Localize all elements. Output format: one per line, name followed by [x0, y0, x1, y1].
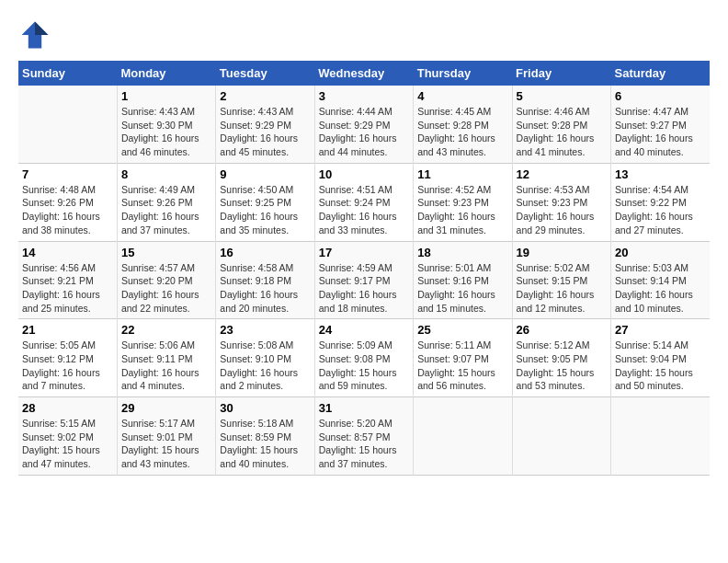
calendar-cell	[414, 397, 512, 476]
calendar-cell: 11Sunrise: 4:52 AM Sunset: 9:23 PM Dayli…	[414, 163, 512, 241]
calendar-week-3: 14Sunrise: 4:56 AM Sunset: 9:21 PM Dayli…	[18, 241, 710, 319]
header-tuesday: Tuesday	[216, 61, 314, 86]
day-number: 5	[517, 89, 607, 103]
day-number: 4	[417, 89, 507, 103]
header-friday: Friday	[512, 61, 610, 86]
day-info: Sunrise: 4:54 AM Sunset: 9:22 PM Dayligh…	[615, 183, 706, 237]
day-number: 30	[220, 401, 310, 415]
calendar-cell: 21Sunrise: 5:05 AM Sunset: 9:12 PM Dayli…	[18, 319, 117, 397]
page-header	[18, 18, 710, 52]
calendar-cell: 5Sunrise: 4:46 AM Sunset: 9:28 PM Daylig…	[512, 86, 610, 163]
day-info: Sunrise: 4:50 AM Sunset: 9:25 PM Dayligh…	[220, 183, 310, 237]
calendar-cell: 10Sunrise: 4:51 AM Sunset: 9:24 PM Dayli…	[314, 163, 413, 241]
calendar-cell: 1Sunrise: 4:43 AM Sunset: 9:30 PM Daylig…	[117, 86, 215, 163]
day-number: 18	[417, 246, 507, 259]
day-number: 19	[517, 246, 607, 259]
calendar-cell: 20Sunrise: 5:03 AM Sunset: 9:14 PM Dayli…	[611, 241, 710, 319]
day-number: 27	[615, 323, 706, 337]
calendar-cell: 31Sunrise: 5:20 AM Sunset: 8:57 PM Dayli…	[314, 397, 413, 476]
day-number: 20	[615, 246, 706, 259]
day-number: 1	[121, 89, 211, 103]
calendar-cell: 6Sunrise: 4:47 AM Sunset: 9:27 PM Daylig…	[611, 86, 710, 163]
calendar-cell: 8Sunrise: 4:49 AM Sunset: 9:26 PM Daylig…	[117, 163, 215, 241]
day-info: Sunrise: 4:49 AM Sunset: 9:26 PM Dayligh…	[121, 183, 211, 237]
day-info: Sunrise: 5:17 AM Sunset: 9:01 PM Dayligh…	[121, 417, 211, 471]
calendar-cell: 28Sunrise: 5:15 AM Sunset: 9:02 PM Dayli…	[18, 397, 117, 476]
day-number: 24	[319, 323, 409, 337]
day-info: Sunrise: 4:44 AM Sunset: 9:29 PM Dayligh…	[319, 105, 409, 159]
day-info: Sunrise: 4:51 AM Sunset: 9:24 PM Dayligh…	[319, 183, 409, 237]
day-info: Sunrise: 5:12 AM Sunset: 9:05 PM Dayligh…	[517, 339, 607, 393]
day-info: Sunrise: 4:57 AM Sunset: 9:20 PM Dayligh…	[121, 261, 211, 316]
calendar-cell: 19Sunrise: 5:02 AM Sunset: 9:15 PM Dayli…	[512, 241, 610, 319]
calendar-cell: 7Sunrise: 4:48 AM Sunset: 9:26 PM Daylig…	[18, 163, 117, 241]
calendar-cell: 12Sunrise: 4:53 AM Sunset: 9:23 PM Dayli…	[512, 163, 610, 241]
day-number: 22	[121, 323, 211, 337]
day-info: Sunrise: 5:11 AM Sunset: 9:07 PM Dayligh…	[417, 339, 507, 393]
calendar-week-5: 28Sunrise: 5:15 AM Sunset: 9:02 PM Dayli…	[18, 397, 710, 476]
calendar-table: SundayMondayTuesdayWednesdayThursdayFrid…	[18, 61, 710, 476]
day-number: 12	[517, 167, 607, 181]
day-info: Sunrise: 4:53 AM Sunset: 9:23 PM Dayligh…	[517, 183, 607, 237]
calendar-cell: 29Sunrise: 5:17 AM Sunset: 9:01 PM Dayli…	[117, 397, 215, 476]
calendar-week-4: 21Sunrise: 5:05 AM Sunset: 9:12 PM Dayli…	[18, 319, 710, 397]
calendar-cell	[512, 397, 610, 476]
header-sunday: Sunday	[18, 61, 117, 86]
day-info: Sunrise: 4:46 AM Sunset: 9:28 PM Dayligh…	[517, 105, 607, 159]
calendar-cell: 26Sunrise: 5:12 AM Sunset: 9:05 PM Dayli…	[512, 319, 610, 397]
day-number: 21	[22, 323, 113, 337]
calendar-cell: 18Sunrise: 5:01 AM Sunset: 9:16 PM Dayli…	[414, 241, 512, 319]
day-number: 28	[22, 401, 113, 415]
day-number: 29	[121, 401, 211, 415]
calendar-week-2: 7Sunrise: 4:48 AM Sunset: 9:26 PM Daylig…	[18, 163, 710, 241]
day-info: Sunrise: 5:14 AM Sunset: 9:04 PM Dayligh…	[615, 339, 706, 393]
calendar-cell: 23Sunrise: 5:08 AM Sunset: 9:10 PM Dayli…	[216, 319, 314, 397]
day-number: 26	[517, 323, 607, 337]
calendar-cell	[611, 397, 710, 476]
day-number: 9	[220, 167, 310, 181]
calendar-cell: 22Sunrise: 5:06 AM Sunset: 9:11 PM Dayli…	[117, 319, 215, 397]
calendar-cell: 9Sunrise: 4:50 AM Sunset: 9:25 PM Daylig…	[216, 163, 314, 241]
calendar-week-1: 1Sunrise: 4:43 AM Sunset: 9:30 PM Daylig…	[18, 86, 710, 163]
day-info: Sunrise: 4:59 AM Sunset: 9:17 PM Dayligh…	[319, 261, 409, 316]
day-number: 23	[220, 323, 310, 337]
calendar-cell: 30Sunrise: 5:18 AM Sunset: 8:59 PM Dayli…	[216, 397, 314, 476]
day-info: Sunrise: 5:15 AM Sunset: 9:02 PM Dayligh…	[22, 417, 113, 471]
calendar-cell: 15Sunrise: 4:57 AM Sunset: 9:20 PM Dayli…	[117, 241, 215, 319]
logo	[18, 18, 55, 52]
day-number: 13	[615, 167, 706, 181]
day-number: 11	[417, 167, 507, 181]
calendar-cell: 3Sunrise: 4:44 AM Sunset: 9:29 PM Daylig…	[314, 86, 413, 163]
day-number: 7	[22, 167, 113, 181]
calendar-cell: 2Sunrise: 4:43 AM Sunset: 9:29 PM Daylig…	[216, 86, 314, 163]
day-info: Sunrise: 5:02 AM Sunset: 9:15 PM Dayligh…	[517, 261, 607, 316]
day-number: 31	[319, 401, 409, 415]
calendar-cell: 4Sunrise: 4:45 AM Sunset: 9:28 PM Daylig…	[414, 86, 512, 163]
day-info: Sunrise: 4:43 AM Sunset: 9:30 PM Dayligh…	[121, 105, 211, 159]
day-info: Sunrise: 5:01 AM Sunset: 9:16 PM Dayligh…	[417, 261, 507, 316]
header-thursday: Thursday	[414, 61, 512, 86]
calendar-cell	[18, 86, 117, 163]
calendar-cell: 14Sunrise: 4:56 AM Sunset: 9:21 PM Dayli…	[18, 241, 117, 319]
svg-marker-1	[35, 22, 48, 35]
day-info: Sunrise: 4:52 AM Sunset: 9:23 PM Dayligh…	[417, 183, 507, 237]
calendar-cell: 27Sunrise: 5:14 AM Sunset: 9:04 PM Dayli…	[611, 319, 710, 397]
day-info: Sunrise: 4:45 AM Sunset: 9:28 PM Dayligh…	[417, 105, 507, 159]
calendar-cell: 25Sunrise: 5:11 AM Sunset: 9:07 PM Dayli…	[414, 319, 512, 397]
day-info: Sunrise: 4:47 AM Sunset: 9:27 PM Dayligh…	[615, 105, 706, 159]
day-info: Sunrise: 5:18 AM Sunset: 8:59 PM Dayligh…	[220, 417, 310, 471]
day-info: Sunrise: 4:58 AM Sunset: 9:18 PM Dayligh…	[220, 261, 310, 316]
day-number: 16	[220, 246, 310, 259]
day-number: 25	[417, 323, 507, 337]
day-info: Sunrise: 5:06 AM Sunset: 9:11 PM Dayligh…	[121, 339, 211, 393]
day-info: Sunrise: 5:20 AM Sunset: 8:57 PM Dayligh…	[319, 417, 409, 471]
calendar-cell: 24Sunrise: 5:09 AM Sunset: 9:08 PM Dayli…	[314, 319, 413, 397]
logo-icon	[18, 18, 51, 52]
day-info: Sunrise: 5:03 AM Sunset: 9:14 PM Dayligh…	[615, 261, 706, 316]
day-info: Sunrise: 4:48 AM Sunset: 9:26 PM Dayligh…	[22, 183, 113, 237]
calendar-header-row: SundayMondayTuesdayWednesdayThursdayFrid…	[18, 61, 710, 86]
day-info: Sunrise: 5:05 AM Sunset: 9:12 PM Dayligh…	[22, 339, 113, 393]
day-info: Sunrise: 5:09 AM Sunset: 9:08 PM Dayligh…	[319, 339, 409, 393]
calendar-cell: 16Sunrise: 4:58 AM Sunset: 9:18 PM Dayli…	[216, 241, 314, 319]
header-wednesday: Wednesday	[314, 61, 413, 86]
